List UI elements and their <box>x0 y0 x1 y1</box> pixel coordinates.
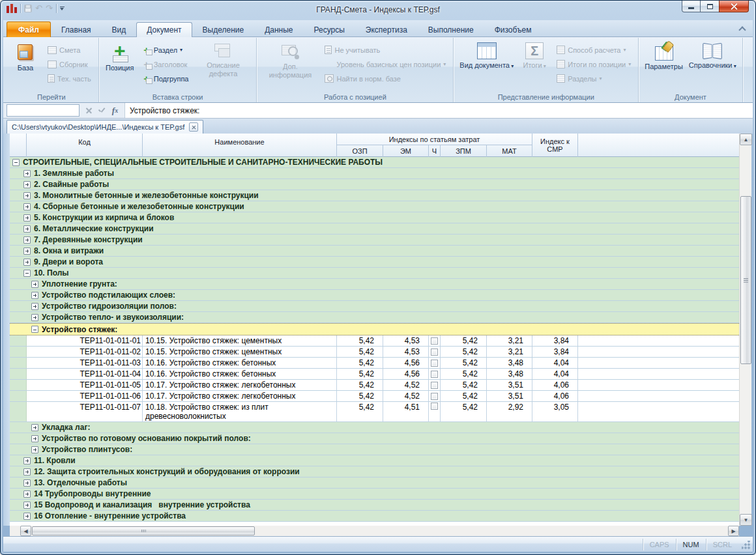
cell-ozp[interactable]: 5,42 <box>337 380 383 390</box>
vertical-scroll-thumb[interactable] <box>740 196 751 364</box>
table-row[interactable]: ТЕР11-01-011-0310.16. Устройство стяжек:… <box>10 358 739 369</box>
group-row[interactable]: Устройство тепло- и звукоизоляции: <box>10 312 739 323</box>
cell-smr[interactable]: 3,84 <box>532 335 578 346</box>
expand-icon[interactable] <box>23 225 31 233</box>
cell-code[interactable]: ТЕР11-01-011-06 <box>27 391 143 401</box>
file-tab[interactable]: Файл <box>7 21 51 37</box>
group-row[interactable]: 16 Отопление - внутренние устройства <box>10 511 739 522</box>
checkbox-icon[interactable] <box>431 403 438 410</box>
scroll-left-icon[interactable]: ◀ <box>20 526 31 536</box>
document-tab[interactable]: C:\Users\vtyukov\Desktop\ИНДЕ...\Индексы… <box>7 120 203 134</box>
cell-code[interactable]: ТЕР11-01-011-03 <box>27 358 143 368</box>
group-row[interactable]: 6. Металлические конструкции <box>10 223 739 235</box>
expand-icon[interactable] <box>31 424 38 431</box>
cell-smr[interactable]: 3,84 <box>532 347 578 357</box>
app-icon[interactable] <box>7 4 17 13</box>
ribbon-button-small[interactable]: Тех. часть <box>44 72 94 85</box>
cell-code[interactable]: ТЕР11-01-011-07 <box>27 402 143 421</box>
expand-icon[interactable] <box>23 513 31 520</box>
cell-code[interactable]: ТЕР11-01-011-05 <box>27 380 143 390</box>
expand-icon[interactable] <box>31 446 38 453</box>
expand-icon[interactable] <box>31 281 38 288</box>
header-zpm[interactable]: ЗПМ <box>441 145 487 157</box>
expand-icon[interactable] <box>31 292 38 299</box>
ribbon-button-big[interactable]: База <box>8 40 42 91</box>
cell-zpm[interactable]: 5,42 <box>441 391 487 401</box>
checkbox-icon[interactable] <box>431 349 438 356</box>
table-row[interactable]: ТЕР11-01-011-0210.15. Устройство стяжек:… <box>10 347 739 358</box>
cell-smr[interactable]: 4,06 <box>532 380 578 390</box>
cell-code[interactable]: ТЕР11-01-011-01 <box>27 335 143 346</box>
expand-icon[interactable] <box>23 203 31 210</box>
expand-icon[interactable] <box>31 314 38 321</box>
cell-zpm[interactable]: 5,42 <box>441 402 487 421</box>
cell-name[interactable]: 10.16. Устройство стяжек: бетонных <box>143 369 337 379</box>
header-smr[interactable]: Индекс к СМР <box>532 134 578 157</box>
cell-zpm[interactable]: 5,42 <box>441 369 487 379</box>
group-row[interactable]: 5. Конструкции из кирпича и блоков <box>10 212 739 223</box>
scroll-right-icon[interactable]: ▶ <box>728 526 739 536</box>
expand-icon[interactable] <box>23 170 31 177</box>
cell-ozp[interactable]: 5,42 <box>337 402 383 421</box>
group-row[interactable]: 12. Защита строительных конструкций и об… <box>10 466 739 477</box>
ribbon-button-small[interactable]: Сборник <box>44 57 94 71</box>
collapse-ribbon-icon[interactable] <box>739 25 745 31</box>
confirm-edit-button[interactable] <box>96 105 108 117</box>
expand-icon[interactable] <box>23 181 31 188</box>
group-row[interactable]: СТРОИТЕЛЬНЫЕ, СПЕЦИАЛЬНЫЕ СТРОИТЕЛЬНЫЕ И… <box>10 157 739 168</box>
group-row[interactable]: Уплотнение грунта: <box>10 279 739 290</box>
ribbon-button-small[interactable]: Не учитывать <box>321 43 449 57</box>
cell-ozp[interactable]: 5,42 <box>337 391 383 401</box>
scroll-down-icon[interactable]: ▼ <box>740 514 752 526</box>
cancel-edit-button[interactable] <box>83 105 95 117</box>
close-button[interactable] <box>719 1 749 12</box>
scroll-up-icon[interactable]: ▲ <box>740 134 752 145</box>
cell-name[interactable]: 10.17. Устройство стяжек: легкобетонных <box>143 391 337 401</box>
header-ozp[interactable]: ОЗП <box>337 145 383 157</box>
cell-name[interactable]: 10.16. Устройство стяжек: бетонных <box>143 358 337 368</box>
expand-icon[interactable] <box>23 259 31 266</box>
expand-icon[interactable] <box>23 468 31 476</box>
cell-em[interactable]: 4,53 <box>383 335 429 346</box>
cell-mat[interactable]: 3,51 <box>487 380 532 390</box>
ribbon-button-small[interactable]: Уровень базисных цен позиции ▾ <box>321 57 449 71</box>
ribbon-tab[interactable]: Экспертиза <box>355 22 418 37</box>
cell-smr[interactable]: 3,05 <box>532 402 578 421</box>
resize-grip[interactable] <box>742 541 750 549</box>
collapse-icon[interactable] <box>31 326 38 333</box>
group-row[interactable]: Устройство плинтусов: <box>10 444 739 455</box>
cell-name[interactable]: 10.15. Устройство стяжек: цементных <box>143 335 337 346</box>
cell-name[interactable]: 10.17. Устройство стяжек: легкобетонных <box>143 380 337 390</box>
expand-icon[interactable] <box>23 491 31 498</box>
redo-icon[interactable]: ↷ <box>46 4 53 13</box>
header-ch[interactable]: Ч <box>429 145 441 157</box>
ribbon-tab[interactable]: Выделение <box>192 22 255 37</box>
ribbon-button-small[interactable]: Найти в норм. базе <box>321 72 449 85</box>
checkbox-icon[interactable] <box>431 393 438 400</box>
group-row[interactable]: 15 Водопровод и канализация внутренние у… <box>10 500 739 511</box>
qat-customize-icon[interactable] <box>60 7 65 10</box>
cell-name[interactable]: 10.15. Устройство стяжек: цементных <box>143 347 337 357</box>
expand-icon[interactable] <box>23 502 31 509</box>
cell-mat[interactable]: 3,21 <box>487 335 532 346</box>
ribbon-button-small[interactable]: Итоги по позиции ▾ <box>553 57 634 71</box>
name-box-input[interactable] <box>7 104 80 117</box>
maximize-button[interactable] <box>701 1 719 12</box>
group-row[interactable]: Устройство стяжек: <box>10 323 739 335</box>
ribbon-tab[interactable]: Ресурсы <box>304 22 355 37</box>
collapse-icon[interactable] <box>12 159 20 166</box>
cell-ozp[interactable]: 5,42 <box>337 335 383 346</box>
cell-em[interactable]: 4,51 <box>383 402 429 421</box>
cell-em[interactable]: 4,52 <box>383 380 429 390</box>
horizontal-scrollbar[interactable]: ◀ ▶ <box>10 526 739 536</box>
table-row[interactable]: ТЕР11-01-011-0610.17. Устройство стяжек:… <box>10 391 739 402</box>
ribbon-button-big[interactable]: Справочники ▾ <box>687 40 738 91</box>
table-row[interactable]: ТЕР11-01-011-0410.16. Устройство стяжек:… <box>10 369 739 380</box>
cell-mat[interactable]: 3,51 <box>487 391 532 401</box>
group-row[interactable]: 10. Полы <box>10 268 739 279</box>
group-row[interactable]: 8. Окна и витражи <box>10 246 739 257</box>
undo-icon[interactable]: ↶ <box>35 4 42 13</box>
expand-icon[interactable] <box>23 192 31 199</box>
ribbon-button-small[interactable]: +Раздел ▾ <box>139 43 192 57</box>
ribbon-button-small[interactable]: Способ расчета ▾ <box>553 43 634 57</box>
